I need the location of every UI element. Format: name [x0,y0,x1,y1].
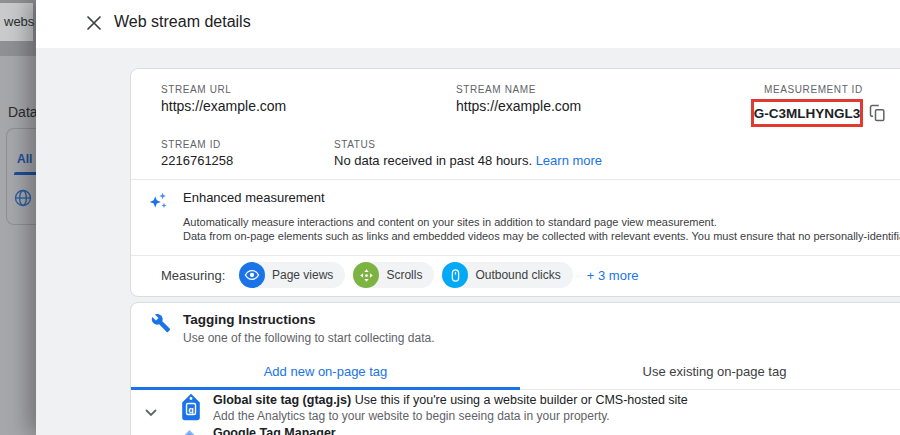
tab-label: Add new on-page tag [264,364,388,379]
tab-label: Use existing on-page tag [643,364,787,379]
more-chips-link[interactable]: + 3 more [587,268,639,283]
chip-scrolls: Scrolls [353,262,434,288]
enhanced-measurement-title: Enhanced measurement [183,190,325,205]
status-text: No data received in past 48 hours. [334,153,536,168]
status-value: No data received in past 48 hours. Learn… [334,153,602,168]
background-tab-underline [14,172,36,175]
chip-page-views: Page views [239,262,345,288]
google-tag-manager-title[interactable]: Google Tag Manager [213,426,336,435]
chip-outbound-clicks: Outbound clicks [442,262,572,288]
modal-header: Web stream details [36,0,900,48]
measurement-id-label: MEASUREMENT ID [764,84,863,95]
sparkle-icon [147,190,169,216]
gtag-row-subtitle: Add the Analytics tag to your website to… [213,409,610,423]
scroll-icon [353,262,379,288]
divider [131,255,900,256]
stream-name-value: https://example.com [456,98,581,114]
globe-icon [13,188,33,212]
eye-icon [239,262,265,288]
tagging-tabs: Add new on-page tag Use existing on-page… [131,353,900,390]
enhanced-measurement-description-2: Data from on-page elements such as links… [183,230,900,242]
measurement-id-value: G-C3MLHYNGL3 [754,106,861,121]
dimmed-background-page: webs Data All [0,0,36,435]
google-tag-manager-icon [183,428,196,435]
background-tab-all: All [17,152,32,166]
gtag-row-title[interactable]: Global site tag (gtag.js) Use this if yo… [213,393,688,407]
background-partial-title: webs [0,3,33,41]
gtag-row-title-bold: Global site tag (gtag.js) [213,393,351,407]
background-data-label: Data [8,104,38,120]
stream-url-label: STREAM URL [161,84,231,95]
wrench-icon [151,313,171,337]
measuring-label: Measuring: [161,268,225,283]
chip-label: Scrolls [386,268,422,282]
measuring-chips: Page views Scrolls Outbound clicks [239,262,638,288]
stream-url-value: https://example.com [161,98,286,114]
copy-icon[interactable] [868,103,888,123]
stream-details-card: STREAM URL https://example.com STREAM NA… [130,68,900,297]
tab-add-new-on-page-tag[interactable]: Add new on-page tag [131,353,520,389]
chip-label: Outbound clicks [475,268,560,282]
stream-id-value: 2216761258 [161,153,233,168]
modal-body: STREAM URL https://example.com STREAM NA… [36,48,900,435]
enhanced-measurement-description-1: Automatically measure interactions and c… [183,216,717,228]
screen: webs Data All Web stream details STREAM … [0,0,900,435]
status-learn-more-link[interactable]: Learn more [536,153,602,168]
close-icon[interactable] [86,15,102,31]
tab-use-existing-on-page-tag[interactable]: Use existing on-page tag [520,353,900,389]
web-stream-details-modal: Web stream details STREAM URL https://ex… [36,0,900,435]
tagging-instructions-card: Tagging Instructions Use one of the foll… [130,302,900,435]
mouse-icon [442,262,468,288]
chevron-down-icon[interactable] [145,403,157,421]
modal-title: Web stream details [114,13,251,31]
gtag-row-title-rest: Use this if you're using a website build… [351,393,688,407]
chip-label: Page views [272,268,333,282]
status-label: STATUS [334,139,376,150]
gtag-tag-icon: g [181,393,201,425]
svg-text:g: g [188,405,194,415]
measurement-id-highlight: G-C3MLHYNGL3 [751,99,863,127]
stream-id-label: STREAM ID [161,139,221,150]
stream-name-label: STREAM NAME [456,84,536,95]
tagging-instructions-subtitle: Use one of the following to start collec… [183,331,434,345]
divider [131,179,900,180]
tagging-instructions-title: Tagging Instructions [183,312,316,327]
